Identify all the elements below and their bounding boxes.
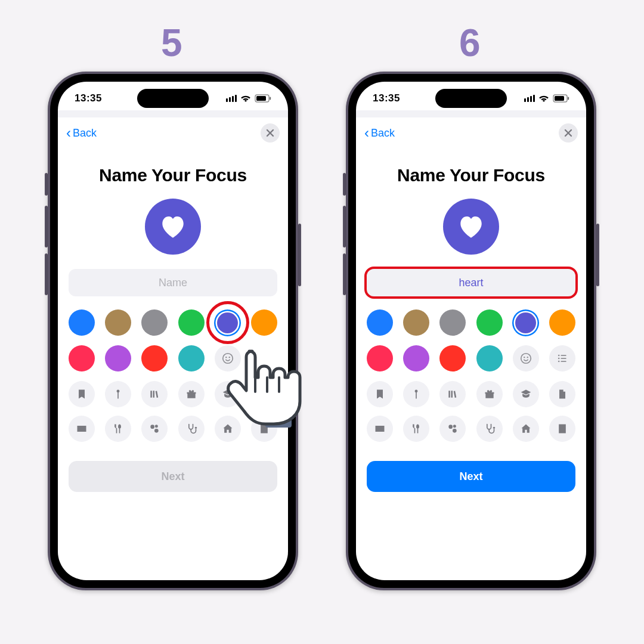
next-button[interactable]: Next (69, 461, 277, 492)
color-swatch-purple-selected[interactable] (217, 312, 238, 333)
svg-point-25 (453, 425, 456, 428)
glyph-gift[interactable] (476, 381, 503, 407)
color-swatch-pink[interactable] (69, 345, 95, 371)
cellular-icon (226, 95, 237, 102)
close-button[interactable] (559, 123, 578, 143)
name-value: heart (459, 277, 483, 289)
color-swatch-teal[interactable] (178, 345, 205, 371)
color-swatch-blue[interactable] (69, 309, 95, 336)
svg-point-23 (449, 425, 453, 429)
color-swatch-red[interactable] (141, 345, 168, 371)
color-row-1 (69, 309, 277, 336)
glyph-card[interactable] (69, 416, 95, 442)
steth-icon (484, 423, 496, 435)
color-swatch-brown[interactable] (105, 309, 131, 336)
card-icon (76, 423, 88, 435)
color-swatch-blue[interactable] (367, 309, 393, 336)
pin-icon (112, 388, 124, 400)
glyph-file[interactable] (549, 381, 575, 407)
card-icon (374, 423, 386, 435)
list-icon (556, 352, 568, 364)
glyph-gift[interactable] (178, 381, 205, 407)
phone-mockup-6: 13:35 ‹ Back Name Your Focus (346, 72, 596, 590)
cellular-icon (524, 95, 535, 102)
svg-point-18 (558, 358, 560, 360)
color-swatch-gray[interactable] (439, 309, 466, 336)
glyph-fork[interactable] (105, 416, 131, 442)
color-swatch-violet[interactable] (105, 345, 131, 371)
bookmark-icon (374, 388, 386, 400)
page-title: Name Your Focus (397, 165, 545, 185)
glyph-house[interactable] (215, 416, 241, 442)
name-input[interactable]: heart (367, 269, 575, 296)
svg-point-7 (154, 429, 159, 433)
steth-icon (185, 423, 197, 435)
svg-point-4 (225, 357, 227, 358)
color-swatch-violet[interactable] (403, 345, 429, 371)
svg-rect-1 (256, 96, 266, 101)
glyph-pills[interactable] (141, 416, 168, 442)
glyph-grad[interactable] (215, 381, 241, 407)
grad-icon (520, 388, 532, 400)
color-swatch-green[interactable] (178, 309, 205, 336)
glyph-steth[interactable] (178, 416, 205, 442)
svg-rect-20 (561, 355, 566, 356)
color-swatch-brown[interactable] (403, 309, 429, 336)
emoji-button[interactable] (513, 345, 539, 371)
house-icon (520, 423, 532, 435)
glyph-fork[interactable] (403, 416, 429, 442)
color-swatch-orange[interactable] (549, 309, 575, 336)
smiley-icon (519, 352, 532, 365)
name-input[interactable]: Name (69, 269, 277, 296)
pills-icon (447, 423, 459, 435)
glyph-books[interactable] (141, 381, 168, 407)
color-swatch-red[interactable] (439, 345, 466, 371)
focus-icon-preview (145, 199, 201, 255)
close-button[interactable] (261, 123, 280, 143)
back-label: Back (371, 127, 395, 140)
next-button[interactable]: Next (367, 461, 575, 492)
chevron-left-icon: ‹ (364, 126, 369, 140)
next-label: Next (459, 470, 482, 483)
color-swatch-green[interactable] (476, 309, 503, 336)
glyph-building[interactable] (549, 416, 575, 442)
file-icon (556, 388, 568, 400)
books-icon (148, 388, 160, 400)
close-icon (564, 129, 572, 137)
svg-point-26 (493, 427, 494, 429)
emoji-button[interactable] (215, 345, 241, 371)
glyph-building[interactable] (251, 416, 277, 442)
gift-icon (484, 388, 496, 400)
building-icon (258, 423, 270, 435)
back-button[interactable]: ‹ Back (66, 126, 97, 140)
glyph-pin[interactable] (403, 381, 429, 407)
battery-icon (553, 94, 569, 103)
glyph-steth[interactable] (476, 416, 503, 442)
glyph-pin[interactable] (105, 381, 131, 407)
glyph-row-1 (367, 381, 575, 407)
glyph-card[interactable] (367, 416, 393, 442)
next-label: Next (161, 470, 184, 483)
status-time: 13:35 (75, 92, 102, 104)
glyph-row-2 (69, 416, 277, 442)
glyph-file[interactable] (251, 381, 277, 407)
color-swatch-teal[interactable] (476, 345, 503, 371)
gift-icon (185, 388, 197, 400)
color-swatch-orange[interactable] (251, 309, 277, 336)
glyph-bookmark[interactable] (367, 381, 393, 407)
color-swatch-purple-selected[interactable] (515, 312, 536, 333)
svg-rect-2 (270, 97, 271, 100)
glyph-books[interactable] (439, 381, 466, 407)
dynamic-island (435, 89, 507, 108)
list-button[interactable] (549, 345, 575, 371)
smiley-icon (221, 352, 234, 365)
glyph-bookmark[interactable] (69, 381, 95, 407)
color-swatch-pink[interactable] (367, 345, 393, 371)
color-swatch-gray[interactable] (141, 309, 168, 336)
glyph-grad[interactable] (513, 381, 539, 407)
svg-point-5 (228, 357, 230, 358)
status-time: 13:35 (373, 92, 400, 104)
glyph-house[interactable] (513, 416, 539, 442)
glyph-pills[interactable] (439, 416, 466, 442)
back-button[interactable]: ‹ Back (364, 126, 395, 140)
